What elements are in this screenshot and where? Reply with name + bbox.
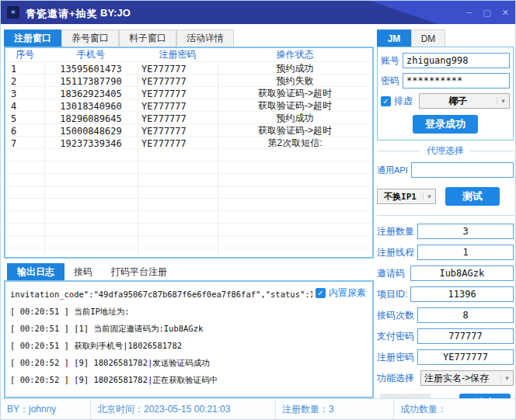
cell-password: YE777777 [138, 89, 218, 99]
table-row[interactable]: 4 13018340960 YE777777 获取验证码->超时 [5, 99, 372, 112]
platform-select[interactable]: 椰子 ▾ [419, 93, 510, 109]
app-window: ✶ 青瓷邀请+抽奖 BY:JO ─ ▢ ✕ 注册窗口 养号窗口 料子窗口 活动详… [0, 0, 516, 420]
log-line: [ 00:20:52 ] [9] 18026581782|正在获取验证码中 [10, 371, 368, 388]
account-label: 账号 [381, 54, 399, 68]
col-header-status: 操作状态 [218, 48, 372, 61]
filter-virtual-label: 排虚 [394, 95, 413, 108]
col-header-seq: 序号 [5, 48, 44, 61]
ip-mode-value: 不换IP1 [378, 191, 423, 203]
invite-code-input[interactable] [410, 266, 514, 281]
cell-password: YE777777 [138, 113, 218, 124]
tab-receive-code[interactable]: 接码 [64, 263, 102, 280]
tab-captcha-platform-register[interactable]: 打码平台注册 [102, 263, 176, 280]
window-title: 青瓷邀请+抽奖 [26, 7, 98, 21]
cell-seq: 3 [5, 89, 44, 99]
maximize-button[interactable]: ▢ [483, 8, 490, 18]
status-beijing-time: 北京时间：2023-05-15 00:21:03 [91, 399, 276, 419]
ip-mode-select[interactable]: 不换IP1 ▾ [377, 189, 436, 204]
table-header: 序号 手机号 注册密码 操作状态 [5, 48, 372, 62]
cell-seq: 4 [5, 101, 44, 112]
titlebar: ✶ 青瓷邀请+抽奖 BY:JO ─ ▢ ✕ [1, 1, 515, 24]
cell-seq: 7 [5, 138, 44, 149]
chevron-down-icon: ▾ [500, 374, 513, 382]
project-id-input[interactable] [410, 286, 514, 302]
cell-seq: 6 [5, 126, 44, 137]
chevron-down-icon: ▾ [497, 97, 509, 105]
log-line: [ 00:20:52 ] [9] 18026581782|发送验证码成功 [10, 354, 368, 371]
statusbar: BY：johnny 北京时间：2023-05-15 00:21:03 注册数量：… [1, 398, 515, 419]
table-row[interactable]: 2 15117387790 YE777777 预约失败 [5, 75, 372, 87]
login-panel: 账号 密码 ✓ 排虚 椰子 ▾ 登录成功 [377, 47, 514, 141]
cell-seq: 2 [5, 76, 44, 87]
register-password-label: 注册密码 [377, 351, 414, 364]
test-button[interactable]: 测试 [445, 187, 500, 206]
log-tab-bar: 输出日志 接码 打码平台注册 [7, 263, 176, 280]
function-select[interactable]: 注册实名->保存 ▾ [420, 370, 514, 386]
register-password-input[interactable] [417, 349, 514, 365]
status-success-count: 成功数量： [394, 399, 515, 419]
tab-nurture-window[interactable]: 养号窗口 [61, 30, 119, 47]
cell-phone: 19237339346 [44, 138, 138, 149]
close-button[interactable]: ✕ [502, 8, 509, 18]
code-times-input[interactable] [417, 307, 514, 323]
cell-status: 获取验证码->超时 [218, 124, 372, 137]
login-status-button[interactable]: 登录成功 [413, 115, 478, 134]
status-author: BY：johnny [1, 399, 91, 419]
cell-status: 第2次取短信: [218, 137, 372, 150]
cell-status: 预约失败 [218, 75, 372, 88]
checkbox-checked-icon[interactable]: ✓ [316, 288, 326, 298]
cell-phone: 15000848629 [44, 126, 138, 137]
cell-password: YE777777 [138, 101, 218, 112]
right-panel: JM DM 账号 密码 ✓ 排虚 椰子 ▾ 登录成功 代理选 [377, 30, 514, 412]
cell-status: 获取验证码->超时 [218, 87, 372, 100]
main-tab-bar: 注册窗口 养号窗口 料子窗口 活动详情 [4, 30, 234, 47]
table-row[interactable]: 6 15000848629 YE777777 获取验证码->超时 [5, 124, 372, 137]
minimize-button[interactable]: ─ [466, 8, 472, 17]
platform-select-value: 椰子 [420, 95, 497, 108]
api-label: 通用API [377, 165, 408, 176]
filter-virtual-checkbox[interactable]: ✓ [381, 96, 391, 106]
cell-password: YE777777 [138, 138, 218, 149]
invite-code-label: 邀请码 [377, 267, 407, 280]
table-row[interactable]: 3 18362923405 YE777777 获取验证码->超时 [5, 87, 372, 99]
cell-password: YE777777 [138, 126, 218, 137]
table-row[interactable]: 5 18296089645 YE777777 预约成功 [5, 112, 372, 124]
cell-phone: 13595601473 [44, 64, 138, 75]
phone-table: 序号 手机号 注册密码 操作状态 1 13595601473 YE777777 … [4, 47, 374, 259]
pay-password-input[interactable] [417, 328, 514, 344]
table-body: 1 13595601473 YE777777 预约成功 2 1511738779… [5, 62, 372, 257]
tab-activity-detail[interactable]: 活动详情 [176, 30, 234, 47]
cell-phone: 13018340960 [44, 101, 138, 112]
status-register-count: 注册数量：3 [276, 399, 394, 419]
cell-password: YE777777 [138, 64, 218, 75]
cell-status: 预约成功 [218, 62, 372, 75]
cell-phone: 15117387790 [44, 76, 138, 87]
cell-status: 获取验证码->超时 [218, 99, 372, 113]
function-select-value: 注册实名->保存 [421, 372, 500, 385]
table-row[interactable]: 7 19237339346 YE777777 第2次取短信: [5, 137, 372, 149]
builtin-checkbox-row[interactable]: ✓ 内置尿素 [312, 286, 366, 300]
table-row[interactable]: 1 13595601473 YE777777 预约成功 [5, 62, 372, 75]
pay-password-label: 支付密码 [377, 330, 414, 343]
window-title-byline: BY:JO [100, 7, 131, 19]
function-select-label: 功能选择 [377, 372, 417, 385]
tab-jm[interactable]: JM [377, 30, 411, 47]
register-count-input[interactable] [417, 224, 514, 239]
cell-seq: 5 [5, 113, 44, 124]
proxy-group-title: 代理选择 [420, 144, 470, 158]
api-input[interactable] [411, 162, 514, 178]
proxy-group: 代理选择 通用API 不换IP1 ▾ 测试 [377, 151, 514, 216]
tab-material-window[interactable]: 料子窗口 [119, 30, 176, 47]
password-input[interactable] [403, 73, 510, 89]
register-thread-input[interactable] [417, 245, 514, 260]
cell-phone: 18296089645 [44, 113, 138, 124]
cell-status: 预约成功 [218, 112, 372, 125]
log-line: [ 00:20:51 ] 获取到手机号|18026581782 [10, 337, 368, 354]
builtin-checkbox-label: 内置尿素 [329, 286, 366, 300]
project-id-label: 项目ID: [377, 288, 407, 301]
output-log[interactable]: ✓ 内置尿素 invitation_code":"49dfa95067c87b6… [4, 280, 374, 398]
account-input[interactable] [403, 53, 510, 68]
tab-dm[interactable]: DM [411, 30, 445, 47]
tab-output-log[interactable]: 输出日志 [7, 263, 64, 280]
tab-register-window[interactable]: 注册窗口 [4, 30, 61, 47]
